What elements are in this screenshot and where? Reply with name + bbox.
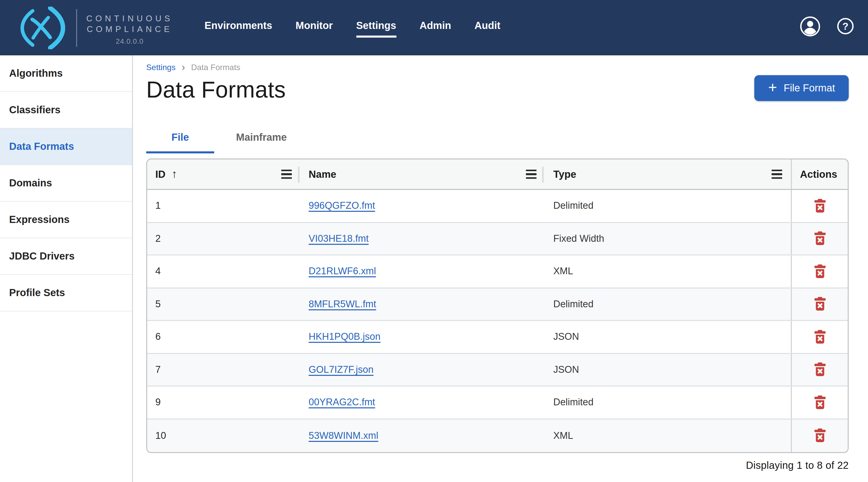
- row-id: 2: [155, 233, 161, 244]
- format-name-link[interactable]: D21RLWF6.xml: [309, 266, 376, 277]
- app-window: CONTINUOUS COMPLIANCE 24.0.0.0 Environme…: [0, 0, 868, 482]
- nav-item-settings[interactable]: Settings: [356, 17, 396, 36]
- format-name-link[interactable]: 996QGFZO.fmt: [309, 200, 375, 212]
- row-id: 9: [155, 397, 161, 408]
- page-title: Data Formats: [146, 77, 286, 102]
- row-id: 5: [155, 299, 161, 310]
- delete-trash-icon[interactable]: [811, 393, 829, 412]
- brand-lockup: CONTINUOUS COMPLIANCE 24.0.0.0: [0, 0, 173, 55]
- brand-name-line2: COMPLIANCE: [87, 24, 173, 34]
- top-navigation-bar: CONTINUOUS COMPLIANCE 24.0.0.0 Environme…: [0, 0, 868, 55]
- help-glyph: ?: [842, 21, 848, 32]
- delete-trash-icon[interactable]: [811, 328, 829, 347]
- row-id: 1: [155, 200, 161, 212]
- format-type: JSON: [553, 364, 579, 375]
- sidebar-item-classifiers[interactable]: Classifiers: [0, 92, 132, 128]
- format-name-link[interactable]: VI03HE18.fmt: [309, 233, 369, 244]
- nav-item-admin[interactable]: Admin: [420, 17, 451, 36]
- column-header-type[interactable]: Type: [542, 159, 791, 189]
- breadcrumb: Settings › Data Formats: [146, 62, 849, 73]
- format-type: Fixed Width: [553, 233, 604, 244]
- sidebar-item-data-formats[interactable]: Data Formats: [0, 128, 132, 165]
- tab-mainframe[interactable]: Mainframe: [218, 123, 305, 153]
- add-file-format-label: File Format: [784, 82, 835, 94]
- format-type: XML: [553, 266, 573, 277]
- row-id: 10: [155, 430, 166, 441]
- nav-icon-group: ?: [800, 16, 868, 37]
- brand-name-line1: CONTINUOUS: [86, 13, 173, 24]
- data-formats-table: ID ↑ Name Type Actions: [146, 158, 849, 453]
- format-type: XML: [553, 430, 573, 441]
- brand-name: CONTINUOUS COMPLIANCE 24.0.0.0: [86, 13, 173, 45]
- column-menu-icon-id[interactable]: [280, 168, 293, 181]
- nav-item-audit[interactable]: Audit: [474, 17, 500, 36]
- format-name-link[interactable]: GOL7IZ7F.json: [309, 364, 374, 375]
- format-type: JSON: [553, 331, 579, 342]
- table-row: 5 8MFLR5WL.fmt Delimited: [147, 288, 848, 321]
- sidebar-item-jdbc-drivers[interactable]: JDBC Drivers: [0, 238, 132, 275]
- account-circle-icon[interactable]: [800, 16, 821, 37]
- help-circle-icon[interactable]: ?: [837, 17, 854, 35]
- table-row: 1 996QGFZO.fmt Delimited: [147, 190, 848, 223]
- format-type: Delimited: [553, 299, 593, 310]
- format-type: Delimited: [553, 397, 593, 408]
- sidebar-item-expressions[interactable]: Expressions: [0, 202, 132, 238]
- app-version: 24.0.0.0: [116, 37, 144, 45]
- settings-sidebar: Algorithms Classifiers Data Formats Doma…: [0, 55, 133, 482]
- delete-trash-icon[interactable]: [811, 360, 829, 379]
- page-header-row: Data Formats + File Format: [146, 77, 849, 102]
- table-row: 10 53W8WINM.xml XML: [147, 419, 848, 452]
- delphix-logo-icon: [18, 6, 66, 49]
- nav-item-environments[interactable]: Environments: [205, 17, 272, 36]
- table-row: 9 00YRAG2C.fmt Delimited: [147, 387, 848, 419]
- format-name-link[interactable]: 00YRAG2C.fmt: [309, 397, 375, 408]
- delete-trash-icon[interactable]: [811, 197, 829, 215]
- nav-item-monitor[interactable]: Monitor: [296, 17, 333, 36]
- delete-trash-icon[interactable]: [811, 426, 829, 445]
- format-name-link[interactable]: 8MFLR5WL.fmt: [309, 299, 376, 310]
- table-row: 7 GOL7IZ7F.json JSON: [147, 354, 848, 387]
- breadcrumb-current: Data Formats: [191, 63, 240, 72]
- format-type: Delimited: [553, 200, 593, 212]
- sidebar-item-profile-sets[interactable]: Profile Sets: [0, 275, 132, 311]
- column-header-name[interactable]: Name: [299, 159, 542, 189]
- primary-nav: Environments Monitor Settings Admin Audi…: [205, 17, 500, 36]
- sidebar-item-algorithms[interactable]: Algorithms: [0, 55, 132, 92]
- add-file-format-button[interactable]: + File Format: [754, 75, 849, 101]
- column-header-id[interactable]: ID ↑: [147, 159, 299, 189]
- sidebar-item-domains[interactable]: Domains: [0, 165, 132, 202]
- delete-trash-icon[interactable]: [811, 229, 829, 248]
- table-header-row: ID ↑ Name Type Actions: [147, 159, 848, 190]
- plus-icon: +: [768, 80, 777, 94]
- app-shell: Algorithms Classifiers Data Formats Doma…: [0, 55, 868, 482]
- pagination-summary: Displaying 1 to 8 of 22: [146, 460, 849, 471]
- table-row: 6 HKH1PQ0B.json JSON: [147, 321, 848, 354]
- brand-divider: [76, 9, 77, 47]
- breadcrumb-settings-link[interactable]: Settings: [146, 63, 176, 72]
- format-name-link[interactable]: 53W8WINM.xml: [309, 430, 378, 441]
- column-header-actions: Actions: [791, 159, 848, 189]
- format-name-link[interactable]: HKH1PQ0B.json: [309, 331, 380, 342]
- chevron-right-icon: ›: [182, 63, 185, 71]
- row-id: 6: [155, 331, 161, 342]
- column-menu-icon-name[interactable]: [525, 168, 537, 181]
- delete-trash-icon[interactable]: [811, 262, 829, 281]
- table-row: 2 VI03HE18.fmt Fixed Width: [147, 223, 848, 255]
- main-content: Settings › Data Formats Data Formats + F…: [133, 55, 868, 482]
- tab-file[interactable]: File: [146, 123, 214, 153]
- delete-trash-icon[interactable]: [811, 295, 829, 313]
- row-id: 4: [155, 266, 161, 277]
- column-menu-icon-type[interactable]: [771, 168, 783, 181]
- table-row: 4 D21RLWF6.xml XML: [147, 255, 848, 288]
- sort-ascending-icon: ↑: [172, 168, 177, 181]
- row-id: 7: [155, 364, 161, 375]
- format-tabs: File Mainframe: [146, 123, 849, 153]
